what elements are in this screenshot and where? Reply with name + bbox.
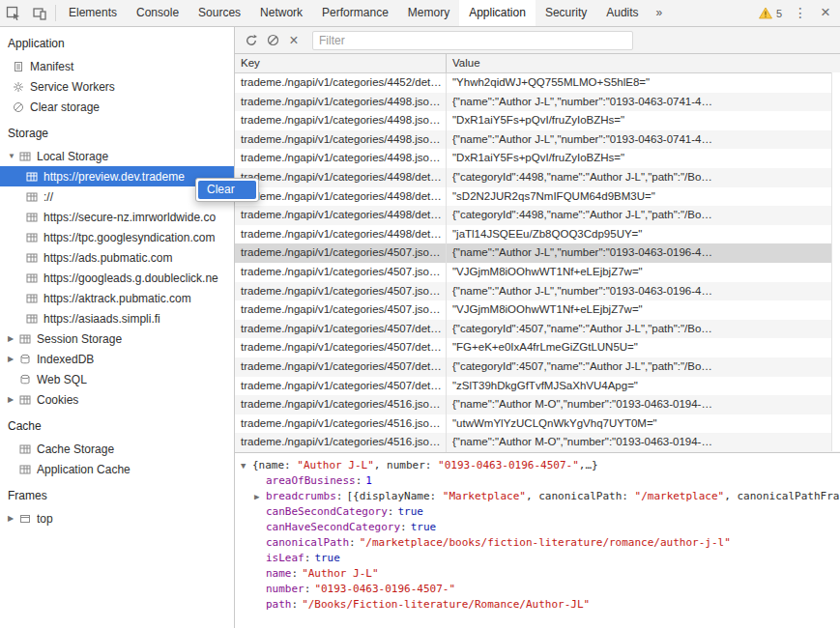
clear-all-icon[interactable] xyxy=(262,27,283,53)
scrollbar-gutter[interactable] xyxy=(831,72,840,451)
table-row[interactable]: trademe./ngapi/v1/categories/4516.json?d… xyxy=(235,395,840,414)
value-cell: "utwWmYlYzUCLQnWkYgVhq7UYT0M=" xyxy=(447,414,840,434)
sidebar-item-session-storage[interactable]: ▶ Session Storage xyxy=(0,328,234,349)
refresh-icon[interactable] xyxy=(241,27,262,53)
table-row[interactable]: trademe./ngapi/v1/categories/4498.json?d… xyxy=(235,111,840,130)
value-cell: {"categoryId":4507,"name":"Author J-L","… xyxy=(447,357,840,377)
devtools-menu-icon[interactable]: ⋮ xyxy=(790,0,811,26)
table-row[interactable]: trademe./ngapi/v1/categories/4498/detail… xyxy=(235,225,840,244)
collapsed-arrow-icon[interactable]: ▶ xyxy=(254,489,266,504)
chevron-collapsed-icon[interactable]: ▶ xyxy=(8,334,18,343)
table-grid-icon xyxy=(18,464,32,475)
sidebar-item-indexeddb[interactable]: ▶ IndexedDB xyxy=(0,349,234,369)
table-row[interactable]: trademe./ngapi/v1/categories/4507/detail… xyxy=(235,338,840,357)
application-cache-label: Application Cache xyxy=(37,463,234,476)
filter-input[interactable] xyxy=(312,31,633,50)
context-menu-item-clear[interactable]: Clear xyxy=(198,181,256,199)
preview-string: "Marketplace" xyxy=(443,490,526,502)
prop-value-boolean: true xyxy=(397,505,423,518)
storage-section-title: Storage xyxy=(0,117,234,146)
colon: : xyxy=(388,505,398,518)
sidebar-item-service-workers[interactable]: Service Workers xyxy=(0,76,234,97)
expanded-arrow-icon[interactable]: ▼ xyxy=(241,458,252,473)
inspect-element-icon[interactable] xyxy=(0,0,26,26)
sidebar-item-application-cache[interactable]: Application Cache xyxy=(0,459,234,479)
sidebar-item-manifest[interactable]: Manifest xyxy=(0,56,234,76)
table-row[interactable]: trademe./ngapi/v1/categories/4452/detail… xyxy=(235,73,840,93)
frame-icon xyxy=(18,513,32,525)
sidebar-item-web-sql[interactable]: Web SQL xyxy=(0,369,234,389)
sidebar-item-cookies[interactable]: ▶ Cookies xyxy=(0,389,234,410)
close-devtools-icon[interactable]: × xyxy=(811,0,840,26)
chevron-collapsed-icon[interactable]: ▶ xyxy=(8,355,18,363)
delete-selected-icon[interactable]: × xyxy=(283,27,304,53)
sidebar-item-storage-origin[interactable]: https://aktrack.pubmatic.com xyxy=(0,288,234,308)
table-row[interactable]: trademe./ngapi/v1/categories/4498.json?d… xyxy=(235,93,840,112)
table-row[interactable]: trademe./ngapi/v1/categories/4498/detail… xyxy=(235,206,840,225)
key-cell: trademe./ngapi/v1/categories/4507/detail… xyxy=(235,338,447,357)
table-row[interactable]: trademe./ngapi/v1/categories/4507.json?d… xyxy=(235,243,840,263)
sidebar-item-cache-storage[interactable]: Cache Storage xyxy=(0,439,234,459)
value-cell: {"categoryId":4498,"name":"Author J-L","… xyxy=(447,168,840,187)
sidebar-item-storage-origin[interactable]: https://secure-nz.imrworldwide.co xyxy=(0,207,234,227)
table-grid-icon xyxy=(25,212,39,223)
table-row[interactable]: trademe./ngapi/v1/categories/4516.json?d… xyxy=(235,414,840,434)
manifest-label: Manifest xyxy=(30,60,234,73)
table-row[interactable]: trademe./ngapi/v1/categories/4498.json?d… xyxy=(235,149,840,168)
table-row[interactable]: trademe./ngapi/v1/categories/4498/detail… xyxy=(235,168,840,187)
sidebar-item-clear-storage[interactable]: Clear storage xyxy=(0,97,234,117)
tab-audits[interactable]: Audits xyxy=(596,0,648,26)
sidebar-item-storage-origin[interactable]: https://googleads.g.doubleclick.ne xyxy=(0,268,234,288)
cache-section-title: Cache xyxy=(0,410,234,439)
table-row[interactable]: trademe./ngapi/v1/categories/4516.json?d… xyxy=(235,433,840,452)
sidebar-item-top-frame[interactable]: ▶ top xyxy=(0,508,234,528)
table-row[interactable]: trademe./ngapi/v1/categories/4498.json?d… xyxy=(235,130,840,150)
origin-label: https://ads.pubmatic.com xyxy=(43,251,234,265)
tab-console[interactable]: Console xyxy=(127,0,188,26)
tab-sources[interactable]: Sources xyxy=(188,0,250,26)
colon: : xyxy=(304,583,315,595)
key-cell: trademe./ngapi/v1/categories/4498.json?d… xyxy=(235,149,447,168)
preview-prop-line: areaOfBusiness:1 xyxy=(239,473,840,489)
tab-network[interactable]: Network xyxy=(250,0,312,26)
more-tabs-button[interactable]: » xyxy=(649,0,671,26)
value-cell: {"name":"Author J-L","number":"0193-0463… xyxy=(447,243,840,263)
chevron-collapsed-icon[interactable]: ▶ xyxy=(8,514,18,523)
console-warning-badge[interactable]: 5 xyxy=(751,0,790,26)
table-grid-icon xyxy=(25,313,39,325)
preview-prop-line: isLeaf:true xyxy=(239,551,840,566)
tab-elements[interactable]: Elements xyxy=(59,0,127,26)
chevron-collapsed-icon[interactable]: ▶ xyxy=(8,395,18,404)
device-toolbar-icon[interactable] xyxy=(26,0,52,26)
value-cell: "VJGjmM8iOOhwWT1Nf+eLEjbjZ7w=" xyxy=(447,300,840,320)
prop-key: number xyxy=(266,583,304,595)
value-cell: "DxR1aiY5Fs+pQvI/fruZyIoBZHs=" xyxy=(447,149,840,168)
key-cell: trademe./ngapi/v1/categories/4498/detail… xyxy=(235,168,447,187)
prop-value-boolean: true xyxy=(314,552,340,564)
value-cell: "Yhwh2qidWJ+QQ755MLMO+S5hlE8=" xyxy=(447,73,840,93)
table-row[interactable]: trademe./ngapi/v1/categories/4507.json?d… xyxy=(235,282,840,301)
colon: : xyxy=(304,552,315,564)
value-cell: {"categoryId":4507,"name":"Author J-L","… xyxy=(447,320,840,339)
origin-label: https://secure-nz.imrworldwide.co xyxy=(43,211,234,224)
table-row[interactable]: trademe./ngapi/v1/categories/4507/detail… xyxy=(235,377,840,396)
sidebar-item-storage-origin[interactable]: https://asiaads.simpli.fi xyxy=(0,308,234,328)
chevron-expanded-icon[interactable]: ▼ xyxy=(8,152,18,160)
table-row[interactable]: trademe./ngapi/v1/categories/4507.json?d… xyxy=(235,263,840,282)
preview-string: "0193-0463-0196-4507-" xyxy=(438,459,579,471)
table-row[interactable]: trademe./ngapi/v1/categories/4498/detail… xyxy=(235,187,840,207)
tab-performance[interactable]: Performance xyxy=(312,0,398,26)
sidebar-item-local-storage[interactable]: ▼ Local Storage xyxy=(0,146,234,166)
prop-key: isLeaf xyxy=(266,552,304,564)
table-row[interactable]: trademe./ngapi/v1/categories/4507.json?d… xyxy=(235,300,840,320)
sidebar-item-storage-origin[interactable]: https://tpc.googlesyndication.com xyxy=(0,227,234,247)
tab-security[interactable]: Security xyxy=(536,0,596,26)
tab-application[interactable]: Application xyxy=(459,0,536,26)
table-row[interactable]: trademe./ngapi/v1/categories/4507/detail… xyxy=(235,357,840,377)
tab-memory[interactable]: Memory xyxy=(398,0,459,26)
preview-prop-line: canHaveSecondCategory:true xyxy=(239,520,840,535)
preview-prop-line: number:"0193-0463-0196-4507-" xyxy=(239,582,840,597)
table-grid-icon xyxy=(18,333,32,345)
sidebar-item-storage-origin[interactable]: https://ads.pubmatic.com xyxy=(0,247,234,268)
table-row[interactable]: trademe./ngapi/v1/categories/4507/detail… xyxy=(235,320,840,339)
